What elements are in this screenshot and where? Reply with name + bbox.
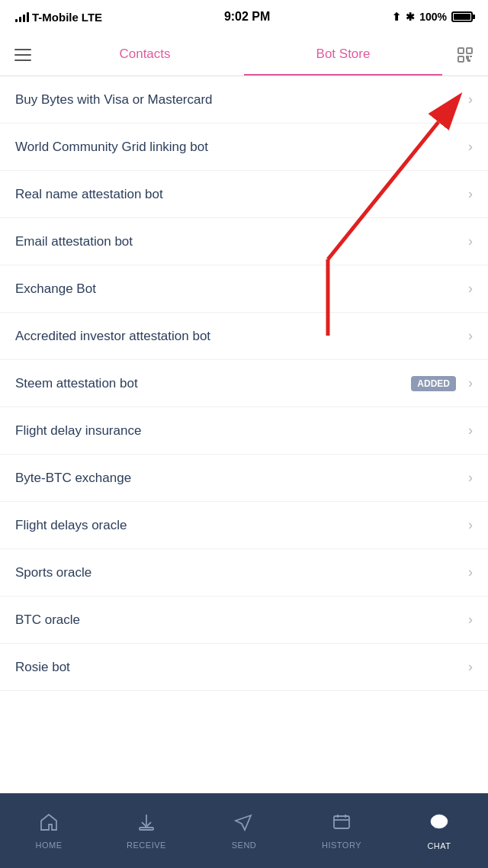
battery-icon [451, 11, 473, 22]
chevron-icon: › [468, 186, 473, 202]
chevron-icon: › [468, 328, 473, 344]
svg-point-8 [431, 815, 448, 828]
status-bar: T-Mobile LTE 9:02 PM ⬆ ✱ 100% [0, 0, 488, 34]
bluetooth-icon: ✱ [406, 11, 415, 23]
menu-button[interactable] [0, 34, 46, 76]
location-icon: ⬆ [392, 11, 401, 23]
scan-icon [456, 46, 474, 64]
chevron-icon: › [468, 233, 473, 249]
chat-icon [429, 812, 450, 837]
battery-label: 100% [419, 11, 447, 23]
scan-button[interactable] [442, 34, 488, 76]
list-item[interactable]: BTC oracle › [0, 596, 488, 644]
network-label: LTE [82, 11, 102, 24]
tab-contacts[interactable]: Contacts [46, 34, 244, 76]
carrier-label: T-Mobile [32, 11, 79, 24]
nav-home[interactable]: HOME [0, 793, 98, 868]
bot-list: Buy Bytes with Visa or Mastercard › Worl… [0, 76, 488, 691]
list-item[interactable]: Email attestation bot › [0, 218, 488, 265]
list-item[interactable]: Buy Bytes with Visa or Mastercard › [0, 76, 488, 124]
chevron-icon: › [468, 612, 473, 628]
chevron-icon: › [468, 139, 473, 155]
list-item[interactable]: Exchange Bot › [0, 265, 488, 313]
signal-icon [15, 11, 29, 22]
chevron-icon: › [468, 423, 473, 439]
chevron-icon: › [468, 659, 473, 675]
list-item[interactable]: Rosie bot › [0, 644, 488, 691]
chevron-icon: › [468, 564, 473, 580]
nav-send[interactable]: SEND [195, 793, 293, 868]
list-item[interactable]: Real name attestation bot › [0, 171, 488, 218]
status-time: 9:02 PM [224, 10, 270, 24]
hamburger-icon [14, 49, 31, 61]
receive-icon [136, 812, 156, 837]
tab-bar: Contacts Bot Store [46, 34, 442, 76]
list-item[interactable]: Byte-BTC exchange › [0, 455, 488, 502]
chevron-icon: › [468, 375, 473, 391]
added-badge: ADDED [411, 376, 456, 391]
list-item[interactable]: World Community Grid linking bot › [0, 124, 488, 171]
history-icon [332, 812, 352, 837]
nav-chat[interactable]: CHAT [390, 793, 488, 868]
nav-history[interactable]: HISTORY [293, 793, 390, 868]
bottom-nav: HOME RECEIVE SEND HISTORY [0, 793, 488, 868]
list-item[interactable]: Steem attestation bot ADDED › [0, 360, 488, 407]
chevron-icon: › [468, 517, 473, 533]
svg-rect-7 [334, 816, 349, 828]
send-icon [234, 812, 254, 837]
list-item[interactable]: Sports oracle › [0, 549, 488, 596]
chevron-icon: › [468, 470, 473, 486]
status-carrier: T-Mobile LTE [15, 11, 102, 24]
svg-rect-1 [467, 48, 472, 53]
list-item[interactable]: Flight delay insurance › [0, 407, 488, 455]
svg-rect-0 [458, 48, 464, 53]
home-icon [39, 812, 59, 837]
list-item[interactable]: Accredited investor attestation bot › [0, 313, 488, 360]
chevron-icon: › [468, 281, 473, 297]
svg-rect-2 [458, 56, 464, 62]
status-indicators: ⬆ ✱ 100% [392, 11, 473, 23]
header: Contacts Bot Store [0, 34, 488, 76]
nav-receive[interactable]: RECEIVE [98, 793, 195, 868]
chevron-icon: › [468, 92, 473, 108]
list-item[interactable]: Flight delays oracle › [0, 502, 488, 549]
svg-rect-6 [140, 828, 153, 830]
tab-bot-store[interactable]: Bot Store [244, 34, 442, 76]
page-content: Buy Bytes with Visa or Mastercard › Worl… [0, 76, 488, 691]
